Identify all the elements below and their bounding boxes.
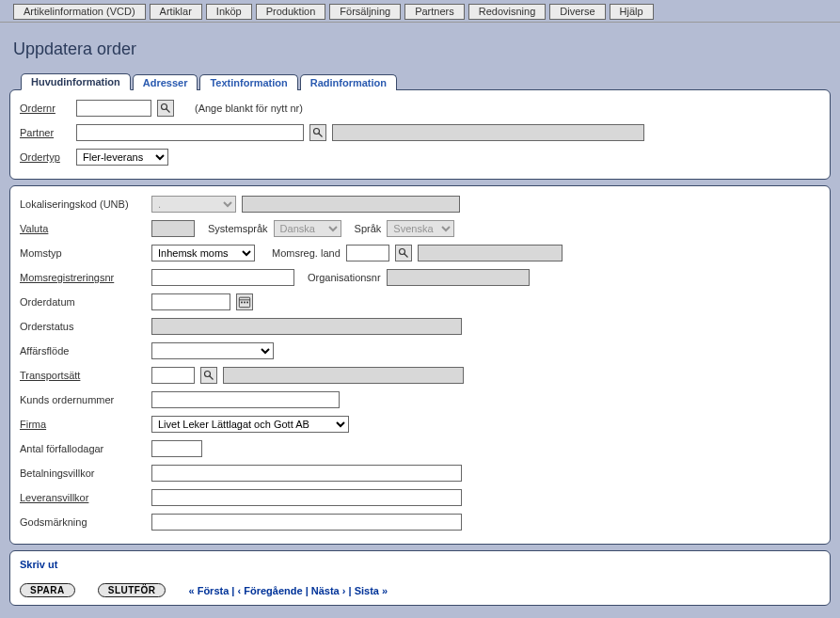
ordernr-hint: (Ange blankt för nytt nr): [195, 103, 303, 114]
panel-footer: Skriv ut SPARA SLUTFÖR « Första | ‹ Före…: [9, 550, 831, 606]
save-button[interactable]: SPARA: [20, 583, 75, 597]
partner-search-icon[interactable]: [309, 124, 326, 141]
firma-label: Firma: [20, 419, 151, 430]
svg-line-12: [210, 376, 214, 380]
godsmarkning-input[interactable]: [151, 514, 462, 531]
lokal-display: [242, 196, 460, 213]
panel-form: Lokaliseringskod (UNB) . Valuta Systemsp…: [9, 185, 831, 545]
valuta-label: Valuta: [20, 223, 151, 234]
svg-rect-10: [246, 302, 248, 304]
svg-point-0: [162, 104, 167, 110]
svg-rect-8: [241, 302, 243, 304]
finish-button[interactable]: SLUTFÖR: [98, 583, 166, 597]
affarsflode-label: Affärsflöde: [20, 345, 151, 357]
svg-point-2: [314, 129, 320, 135]
pager: « Första | ‹ Föregående | Nästa › | Sist…: [188, 585, 388, 596]
kunds-ordernr-label: Kunds ordernummer: [20, 394, 151, 405]
pager-last[interactable]: Sista »: [355, 585, 388, 596]
transportsatt-display: [223, 367, 464, 384]
momsreg-land-label: Momsreg. land: [272, 247, 341, 259]
betalningsvillkor-input[interactable]: [151, 465, 462, 482]
tab-radinformation[interactable]: Radinformation: [300, 74, 397, 90]
svg-point-4: [399, 249, 404, 255]
sprak-select: Svenska: [387, 220, 454, 237]
partner-display: [332, 124, 644, 141]
betalningsvillkor-label: Betalningsvillkor: [20, 467, 151, 479]
menu-artikelinfo[interactable]: Artikelinformation (VCD): [13, 4, 146, 20]
menubar: Artikelinformation (VCD) Artiklar Inköp …: [0, 0, 840, 23]
transportsatt-search-icon[interactable]: [200, 367, 217, 384]
momsreg-land-input[interactable]: [346, 245, 389, 261]
systemsprak-select: Danska: [274, 220, 341, 237]
svg-point-11: [205, 372, 211, 377]
orderstatus-display: [151, 318, 462, 335]
godsmarkning-label: Godsmärkning: [20, 516, 151, 528]
antal-forfallo-label: Antal förfallodagar: [20, 443, 151, 454]
tabbar: Huvudinformation Adresser Textinformatio…: [21, 72, 831, 89]
kunds-ordernr-input[interactable]: [151, 391, 340, 408]
transportsatt-input[interactable]: [151, 367, 195, 384]
momstyp-select[interactable]: Inhemsk moms: [151, 245, 255, 261]
lokal-select: .: [151, 196, 236, 213]
momsreg-land-display: [418, 245, 563, 261]
menu-partners[interactable]: Partners: [404, 4, 465, 20]
orgnr-label: Organisationsnr: [308, 272, 381, 283]
svg-line-1: [166, 109, 170, 113]
svg-line-3: [319, 134, 323, 137]
pager-next[interactable]: Nästa ›: [311, 585, 346, 596]
svg-line-5: [404, 254, 408, 258]
valuta-display: [151, 220, 195, 237]
menu-artiklar[interactable]: Artiklar: [150, 4, 202, 20]
lokal-label: Lokaliseringskod (UNB): [20, 198, 151, 210]
menu-diverse[interactable]: Diverse: [549, 4, 605, 20]
menu-redovisning[interactable]: Redovisning: [468, 4, 547, 20]
leveransvillkor-input[interactable]: [151, 489, 462, 506]
ordertyp-label: Ordertyp: [20, 151, 76, 163]
firma-select[interactable]: Livet Leker Lättlagat och Gott AB: [151, 416, 349, 433]
orderdatum-calendar-icon[interactable]: [236, 293, 253, 310]
affarsflode-select[interactable]: [151, 342, 274, 359]
tab-huvudinformation[interactable]: Huvudinformation: [21, 73, 131, 90]
menu-produktion[interactable]: Produktion: [256, 4, 326, 20]
orgnr-display: [387, 269, 530, 286]
ordernr-search-icon[interactable]: [157, 100, 174, 117]
orderdatum-input[interactable]: [151, 293, 230, 310]
tab-textinformation[interactable]: Textinformation: [199, 74, 297, 90]
orderdatum-label: Orderdatum: [20, 296, 151, 308]
momstyp-label: Momstyp: [20, 247, 151, 259]
orderstatus-label: Orderstatus: [20, 321, 151, 332]
page-title: Uppdatera order: [13, 40, 831, 59]
systemsprak-label: Systemspråk: [208, 223, 268, 234]
transportsatt-label: Transportsätt: [20, 370, 151, 381]
menu-inkop[interactable]: Inköp: [206, 4, 252, 20]
ordernr-label: Ordernr: [20, 103, 76, 114]
momsreg-land-search-icon[interactable]: [395, 245, 412, 261]
pager-prev[interactable]: ‹ Föregående: [237, 585, 302, 596]
print-link[interactable]: Skriv ut: [20, 559, 57, 570]
ordernr-input[interactable]: [76, 100, 151, 117]
leveransvillkor-label: Leveransvillkor: [20, 492, 151, 503]
pager-first[interactable]: « Första: [188, 585, 229, 596]
menu-forsaljning[interactable]: Försäljning: [329, 4, 401, 20]
momsregnr-label: Momsregistreringsnr: [20, 272, 151, 283]
antal-forfallo-input[interactable]: [151, 440, 202, 457]
panel-upper: Ordernr (Ange blankt för nytt nr) Partne…: [9, 89, 831, 180]
partner-input[interactable]: [76, 124, 304, 141]
menu-hjalp[interactable]: Hjälp: [610, 4, 654, 20]
momsregnr-input[interactable]: [151, 269, 294, 286]
svg-rect-9: [244, 302, 246, 304]
tab-adresser[interactable]: Adresser: [133, 74, 198, 90]
partner-label: Partner: [20, 127, 76, 138]
ordertyp-select[interactable]: Fler-leverans: [76, 149, 168, 166]
sprak-label: Språk: [355, 223, 382, 234]
